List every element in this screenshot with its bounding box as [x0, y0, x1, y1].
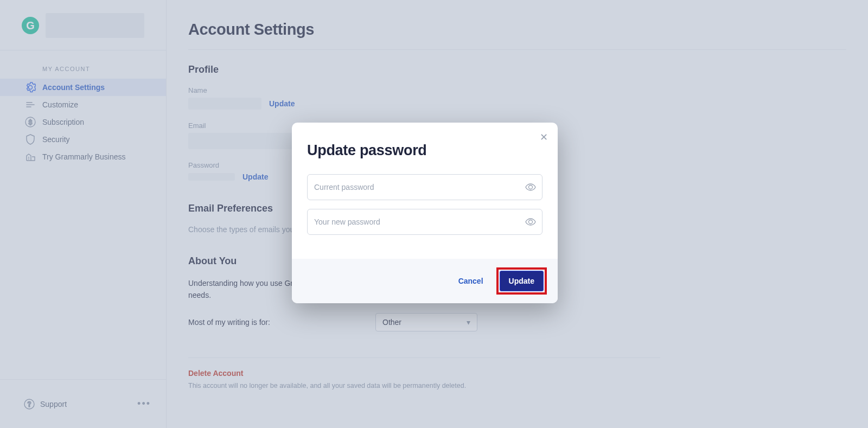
new-password-field [307, 209, 542, 235]
new-password-input[interactable] [307, 209, 542, 235]
current-password-input[interactable] [307, 174, 542, 200]
cancel-button[interactable]: Cancel [449, 271, 493, 291]
update-button[interactable]: Update [500, 271, 544, 291]
eye-icon[interactable] [525, 182, 536, 193]
modal-footer: Cancel Update [292, 259, 558, 303]
close-icon[interactable]: ✕ [540, 131, 548, 143]
eye-icon[interactable] [525, 216, 536, 227]
update-button-highlight: Update [496, 267, 547, 295]
modal-title: Update password [307, 142, 542, 159]
current-password-field [307, 174, 542, 200]
update-password-modal: ✕ Update password Cancel Update [292, 123, 558, 303]
